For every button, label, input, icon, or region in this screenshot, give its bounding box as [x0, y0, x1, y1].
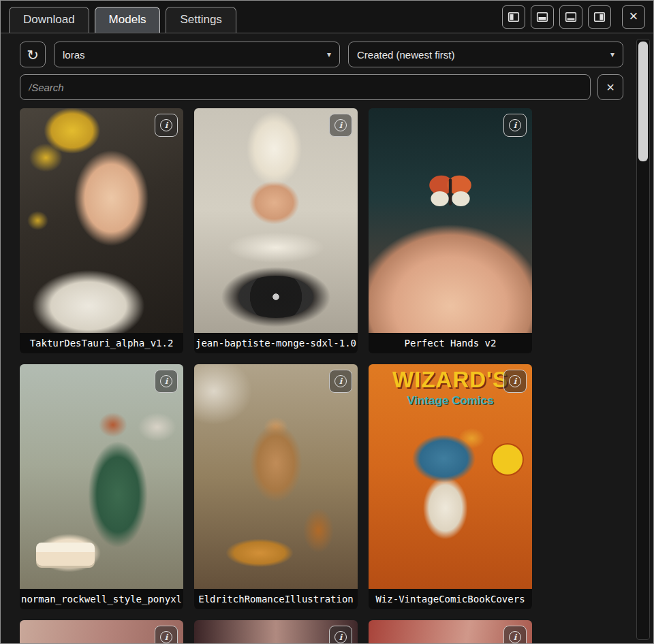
- model-name: EldritchRomanceIllustration: [194, 589, 358, 609]
- butterfly-graphic: [428, 174, 473, 213]
- info-button[interactable]: i: [155, 370, 178, 393]
- window-controls: ×: [502, 5, 645, 33]
- sort-select[interactable]: Created (newest first) ▾: [348, 42, 623, 67]
- chevron-down-icon: ▾: [610, 50, 614, 59]
- info-icon: i: [160, 119, 172, 131]
- model-thumbnail: [20, 108, 183, 333]
- info-button[interactable]: i: [503, 626, 527, 644]
- model-thumbnail: [20, 364, 183, 589]
- info-button[interactable]: i: [329, 626, 352, 644]
- partial-model-card[interactable]: i: [20, 620, 183, 644]
- info-button[interactable]: i: [155, 626, 178, 644]
- panel-bottom-half-icon: [536, 11, 548, 23]
- model-thumbnail: [369, 108, 532, 333]
- split-right-icon: [593, 11, 606, 23]
- model-thumbnail: [194, 108, 358, 333]
- turntable-graphic: [238, 276, 313, 318]
- close-button[interactable]: ×: [622, 5, 645, 29]
- info-icon: i: [509, 631, 521, 643]
- tab-models[interactable]: Models: [95, 7, 161, 33]
- layout-bottom-bar-button[interactable]: [559, 5, 582, 29]
- sort-value: Created (newest first): [357, 49, 454, 61]
- partial-model-card[interactable]: i: [194, 620, 358, 644]
- chevron-down-icon: ▾: [327, 50, 331, 59]
- search-input[interactable]: [20, 74, 591, 100]
- model-type-select[interactable]: loras ▾: [54, 42, 340, 67]
- clear-search-button[interactable]: ×: [597, 74, 623, 100]
- model-grid: i TakturDesTauri_alpha_v1.2 i jean-bapti…: [20, 108, 532, 644]
- layout-split-right-button[interactable]: [588, 5, 611, 29]
- close-icon: ×: [606, 80, 614, 94]
- comic-cover-subtitle: Vintage Comics: [369, 394, 532, 408]
- tab-download[interactable]: Download: [9, 7, 89, 33]
- model-card[interactable]: WIZARD'S Vintage Comics i Wiz-VintageCom…: [369, 364, 532, 609]
- info-icon: i: [334, 119, 347, 131]
- model-thumbnail: WIZARD'S Vintage Comics: [369, 364, 532, 589]
- info-icon: i: [509, 375, 521, 387]
- refresh-icon: ↻: [27, 48, 39, 62]
- info-icon: i: [160, 375, 172, 387]
- layout-bottom-half-button[interactable]: [531, 5, 554, 29]
- model-card[interactable]: i TakturDesTauri_alpha_v1.2: [20, 108, 183, 353]
- panel-bottom-bar-icon: [565, 11, 577, 23]
- split-left-icon: [508, 11, 520, 23]
- model-name: jean-baptiste-monge-sdxl-1.0: [194, 333, 358, 353]
- tab-settings[interactable]: Settings: [166, 7, 236, 33]
- info-icon: i: [334, 375, 347, 387]
- vertical-scrollbar[interactable]: [636, 39, 650, 640]
- info-button[interactable]: i: [155, 114, 178, 137]
- info-button[interactable]: i: [503, 114, 527, 137]
- layout-split-left-button[interactable]: [502, 5, 525, 29]
- model-name: TakturDesTauri_alpha_v1.2: [20, 333, 183, 353]
- toolbar: ↻ loras ▾ Created (newest first) ▾: [20, 42, 623, 67]
- info-icon: i: [160, 631, 172, 643]
- search-row: ×: [20, 74, 623, 100]
- models-panel: ↻ loras ▾ Created (newest first) ▾ × i T…: [1, 33, 653, 644]
- model-card[interactable]: i jean-baptiste-monge-sdxl-1.0: [194, 108, 358, 353]
- tab-group: Download Models Settings: [9, 7, 236, 33]
- model-card[interactable]: i norman_rockwell_style_ponyxl: [20, 364, 183, 609]
- model-type-value: loras: [63, 49, 85, 61]
- model-name: Perfect Hands v2: [369, 333, 532, 353]
- comic-badge-graphic: [493, 445, 523, 474]
- model-card[interactable]: i EldritchRomanceIllustration: [194, 364, 358, 609]
- cake-graphic: [36, 543, 95, 566]
- info-button[interactable]: i: [503, 370, 527, 393]
- info-button[interactable]: i: [329, 114, 352, 137]
- tab-bar: Download Models Settings ×: [1, 1, 653, 33]
- model-name: Wiz-VintageComicBookCovers: [369, 589, 532, 609]
- model-thumbnail: [194, 364, 358, 589]
- partial-model-card[interactable]: i: [369, 620, 532, 644]
- refresh-button[interactable]: ↻: [20, 42, 46, 67]
- close-icon: ×: [629, 9, 638, 24]
- model-card[interactable]: i Perfect Hands v2: [369, 108, 532, 353]
- info-button[interactable]: i: [329, 370, 352, 393]
- info-icon: i: [509, 119, 521, 131]
- scrollbar-thumb[interactable]: [638, 42, 648, 161]
- info-icon: i: [334, 631, 347, 643]
- model-name: norman_rockwell_style_ponyxl: [20, 589, 183, 609]
